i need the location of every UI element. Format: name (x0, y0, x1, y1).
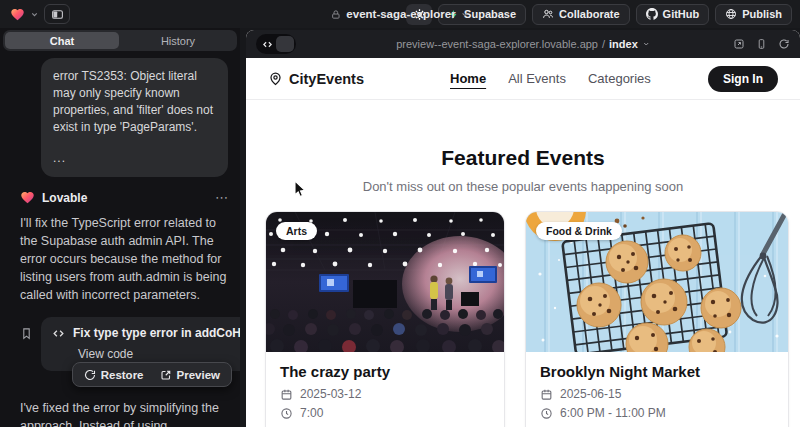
calendar-icon (540, 388, 553, 401)
globe-icon (725, 8, 737, 20)
panel-icon (51, 8, 64, 21)
chat-history-tabs: Chat History (3, 30, 237, 51)
user-message-text: error TS2353: Object literal may only sp… (53, 68, 216, 136)
open-preview-icon (160, 369, 172, 381)
version-toolbar: Restore Preview (72, 362, 232, 387)
github-button[interactable]: GitHub (636, 4, 710, 25)
lovable-avatar-icon (20, 190, 35, 205)
code-icon (52, 327, 65, 340)
assistant-header: Lovable ⋯ (20, 190, 232, 205)
chevron-down-icon (461, 10, 470, 19)
calendar-icon (280, 388, 293, 401)
mobile-view-button[interactable] (756, 38, 767, 50)
github-icon (646, 8, 658, 20)
project-name: event-saga-explorer (346, 8, 455, 20)
event-image-cookies: Food & Drink (526, 212, 788, 352)
assistant-name: Lovable (42, 191, 87, 205)
collaborate-button[interactable]: Collaborate (532, 4, 630, 25)
code-view-toggle[interactable] (256, 34, 296, 54)
lovable-logo-icon[interactable] (10, 7, 25, 22)
url-host: preview--event-saga-explorer.lovable.app (396, 38, 598, 50)
bookmark-icon[interactable] (20, 327, 33, 371)
location-pin-icon (268, 71, 283, 86)
preview-pane: preview--event-saga-explorer.lovable.app… (246, 30, 800, 427)
assistant-result-text: I've fixed the error by simplifying the … (20, 399, 232, 427)
nav-link-home[interactable]: Home (450, 71, 486, 86)
project-switcher[interactable]: event-saga-explorer (330, 0, 469, 28)
publish-button[interactable]: Publish (715, 4, 792, 25)
people-icon (542, 8, 554, 20)
chevron-down-icon[interactable] (30, 10, 39, 19)
open-in-new-tab-button[interactable] (733, 38, 745, 50)
category-badge: Arts (276, 222, 317, 240)
site-brand[interactable]: CityEvents (268, 71, 364, 87)
restore-button[interactable]: Restore (76, 369, 152, 381)
url-page: index (609, 38, 638, 50)
restore-icon (84, 369, 96, 381)
preview-button[interactable]: Preview (152, 369, 228, 381)
lock-icon (330, 9, 341, 20)
url-divider: / (602, 38, 605, 50)
tab-chat[interactable]: Chat (5, 32, 119, 49)
refresh-button[interactable] (778, 38, 790, 50)
app-window: event-saga-explorer Supabase (0, 0, 800, 427)
event-image-conference: Arts (266, 212, 504, 352)
chat-sidebar: Chat History error TS2353: Object litera… (0, 28, 240, 427)
toggle-sidebar-button[interactable] (44, 4, 70, 24)
view-code-link[interactable]: View code (52, 347, 240, 361)
message-menu-button[interactable]: ⋯ (215, 190, 228, 205)
clock-icon (280, 407, 293, 420)
featured-events-heading: Featured Events (246, 146, 800, 170)
preview-header: preview--event-saga-explorer.lovable.app… (246, 30, 800, 58)
user-message-ellipsis: ... (53, 150, 216, 167)
event-time: 6:00 PM - 11:00 PM (560, 406, 666, 420)
event-title: Brooklyn Night Market (540, 363, 774, 380)
event-date: 2025-06-15 (560, 387, 621, 401)
topbar: event-saga-explorer Supabase (0, 0, 800, 28)
clock-icon (540, 407, 553, 420)
assistant-intro-text: I'll fix the TypeScript error related to… (20, 214, 232, 304)
event-cards: Arts The crazy party 2025-03-12 7:00 (246, 211, 800, 427)
chevron-down-icon (642, 40, 650, 48)
site-navbar: CityEvents Home All Events Categories Si… (246, 58, 800, 100)
featured-events-subtitle: Don't miss out on these popular events h… (246, 179, 800, 194)
toggle-knob (276, 36, 294, 52)
event-date: 2025-03-12 (300, 387, 361, 401)
tab-history[interactable]: History (121, 32, 235, 49)
fix-card-title: Fix type type error in addCoHost (73, 326, 240, 340)
user-message-bubble: error TS2353: Object literal may only sp… (41, 58, 228, 177)
nav-link-categories[interactable]: Categories (588, 71, 651, 86)
sign-in-button[interactable]: Sign In (708, 66, 778, 92)
event-card-brooklyn-market[interactable]: Food & Drink Brooklyn Night Market 2025-… (525, 211, 789, 427)
nav-link-all-events[interactable]: All Events (508, 71, 566, 86)
event-title: The crazy party (280, 363, 490, 380)
event-card-crazy-party[interactable]: Arts The crazy party 2025-03-12 7:00 (265, 211, 505, 427)
code-icon (262, 39, 273, 50)
event-time: 7:00 (300, 406, 323, 420)
preview-url[interactable]: preview--event-saga-explorer.lovable.app… (396, 38, 650, 50)
rendered-site: CityEvents Home All Events Categories Si… (246, 58, 800, 427)
category-badge: Food & Drink (536, 222, 622, 240)
